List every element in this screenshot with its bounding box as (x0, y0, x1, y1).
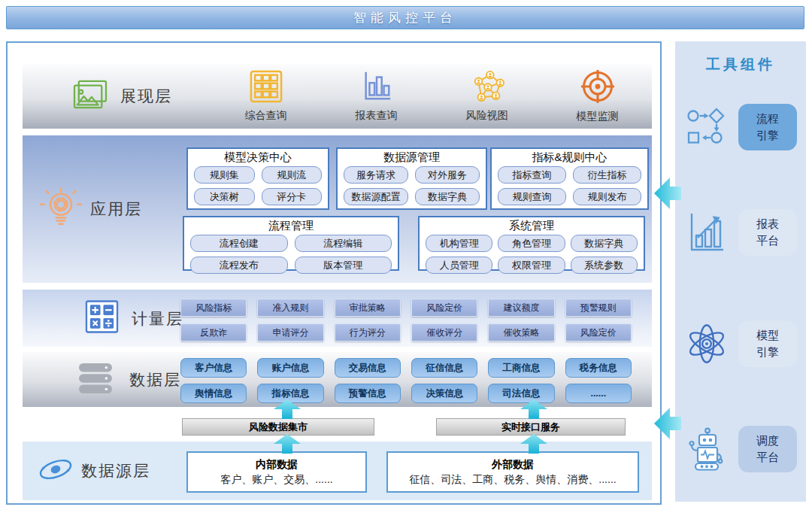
internal-data-box[interactable]: 内部数据 客户、账户、交易、...... (186, 451, 367, 493)
up-arrow-icon (520, 399, 547, 419)
tools-sidebar-title: 工具组件 (675, 55, 806, 74)
data-chip[interactable]: 舆情信息 (180, 384, 247, 403)
app-module-chip[interactable]: 人员管理 (426, 256, 492, 274)
datasource-layer-label: 数据源层 (81, 460, 150, 481)
app-module-chip[interactable]: 数据字典 (571, 235, 638, 252)
app-module-chip[interactable]: 版本管理 (295, 256, 392, 274)
presentation-item-label: 综合查询 (245, 109, 287, 123)
measurement-chip[interactable]: 反欺诈 (180, 323, 247, 341)
gallery-icon (72, 79, 108, 114)
app-module-chip[interactable]: 流程编辑 (295, 235, 392, 252)
tool-item-process-engine: 流程引擎 (675, 102, 806, 152)
group-buttons: 机构管理角色管理数据字典人员管理权限管理系统参数 (420, 232, 644, 274)
measurement-chip[interactable]: 催收策略 (488, 323, 554, 341)
measurement-chip[interactable]: 风险定价 (411, 299, 477, 317)
flowchart-icon (684, 108, 729, 147)
app-module-chip[interactable]: 规则发布 (573, 188, 641, 205)
external-data-box[interactable]: 外部数据 征信、司法、工商、税务、舆情、消费、...... (386, 451, 639, 493)
tool-box-process-engine[interactable]: 流程引擎 (738, 104, 797, 150)
measurement-chip[interactable]: 催收评分 (411, 323, 477, 341)
presentation-items: 综合查询 报表查询 (211, 64, 653, 129)
presentation-item-risk-view[interactable]: 风险视图 (432, 64, 542, 129)
tool-box-model-engine[interactable]: 模型引擎 (738, 320, 797, 367)
robot-icon (684, 427, 729, 471)
application-layer-section: 应用层 模型决策中心 规则集规则流决策树评分卡 数据源管理 服务请求对外服务数据… (23, 135, 652, 283)
data-chip[interactable]: 决策信息 (411, 384, 477, 403)
data-chip[interactable]: 交易信息 (335, 358, 401, 378)
presentation-item-report-query[interactable]: 报表查询 (321, 64, 432, 129)
measurement-layer-row: 计量层 风险指标准入规则审批策略风险定价建议额度预警规则反欺诈申请评分行为评分催… (23, 290, 652, 347)
app-module-chip[interactable]: 角色管理 (498, 235, 565, 252)
group-title: 指标&规则中心 (492, 150, 647, 164)
app-module-chip[interactable]: 流程创建 (190, 235, 288, 252)
data-chip[interactable]: 征信信息 (411, 358, 477, 378)
app-module-chip[interactable]: 数据字典 (415, 188, 480, 205)
measurement-chip[interactable]: 风险指标 (180, 299, 247, 317)
data-chip[interactable]: 客户信息 (180, 358, 247, 378)
group-system-management: 系统管理 机构管理角色管理数据字典人员管理权限管理系统参数 (418, 216, 645, 271)
target-icon (580, 69, 615, 107)
tool-item-schedule-platform: 调度平台 (675, 424, 806, 474)
app-module-chip[interactable]: 系统参数 (571, 256, 638, 274)
database-icon (77, 362, 114, 398)
data-chip[interactable]: 预警信息 (335, 384, 401, 403)
data-buttons: 客户信息账户信息交易信息征信信息工商信息税务信息舆情信息指标信息预警信息决策信息… (180, 358, 632, 403)
up-arrow-icon (274, 399, 301, 419)
measurement-chip[interactable]: 预警规则 (565, 299, 632, 317)
tool-item-model-engine: 模型引擎 (675, 319, 806, 369)
app-module-chip[interactable]: 规则查询 (498, 188, 566, 205)
data-chip[interactable]: 税务信息 (565, 358, 632, 378)
internal-data-title: 内部数据 (256, 458, 298, 472)
measurement-chip[interactable]: 申请评分 (257, 323, 323, 341)
measurement-chip[interactable]: 风险定价 (565, 323, 632, 341)
bulb-gear-icon (39, 187, 83, 231)
data-layer-label: 数据层 (129, 369, 181, 390)
left-arrow-icon (654, 174, 681, 213)
group-title: 数据源管理 (338, 150, 486, 164)
group-title: 流程管理 (184, 219, 398, 232)
data-chip[interactable]: 账户信息 (257, 358, 323, 378)
risk-platform-diagram: 智能风控平台 展现层 (0, 0, 812, 513)
risk-data-mart-bar[interactable]: 风险数据集市 (182, 418, 374, 436)
group-datasource-management: 数据源管理 服务请求对外服务数据源配置数据字典 (336, 147, 487, 210)
app-module-chip[interactable]: 评分卡 (262, 188, 323, 205)
group-process-management: 流程管理 流程创建流程编辑流程发布版本管理 (183, 216, 399, 271)
galaxy-icon (38, 454, 74, 488)
tool-box-report-platform[interactable]: 报表平台 (738, 209, 797, 256)
group-buttons: 指标查询衍生指标规则查询规则发布 (492, 164, 647, 205)
presentation-item-label: 报表查询 (356, 109, 398, 123)
presentation-layer-row: 展现层 综合查询 (23, 64, 652, 129)
measurement-chip[interactable]: 行为评分 (335, 323, 401, 341)
atom-icon (684, 322, 729, 366)
measurement-chip[interactable]: 建议额度 (488, 299, 554, 317)
grid-icon (250, 70, 283, 106)
app-module-chip[interactable]: 规则流 (262, 166, 323, 184)
data-chip[interactable]: 工商信息 (488, 358, 554, 378)
measurement-buttons: 风险指标准入规则审批策略风险定价建议额度预警规则反欺诈申请评分行为评分催收评分催… (180, 299, 632, 341)
app-module-chip[interactable]: 机构管理 (426, 235, 492, 252)
app-module-chip[interactable]: 流程发布 (190, 256, 288, 274)
measurement-chip[interactable]: 准入规则 (257, 299, 323, 317)
app-module-chip[interactable]: 决策树 (194, 188, 255, 205)
presentation-item-integrated-query[interactable]: 综合查询 (211, 64, 321, 129)
group-title: 模型决策中心 (188, 150, 328, 164)
main-panel: 展现层 综合查询 (6, 41, 662, 505)
data-chip[interactable]: ...... (565, 384, 632, 403)
tool-box-schedule-platform[interactable]: 调度平台 (738, 426, 797, 472)
presentation-item-model-monitor[interactable]: 模型监测 (542, 64, 653, 129)
presentation-item-label: 模型监测 (577, 110, 619, 123)
app-module-chip[interactable]: 对外服务 (415, 166, 480, 184)
app-module-chip[interactable]: 权限管理 (498, 256, 565, 274)
presentation-layer-label: 展现层 (120, 86, 172, 107)
app-module-chip[interactable]: 数据源配置 (344, 188, 408, 205)
app-module-chip[interactable]: 规则集 (194, 166, 255, 184)
realtime-interface-bar[interactable]: 实时接口服务 (436, 418, 626, 436)
app-module-chip[interactable]: 衍生指标 (573, 166, 641, 184)
group-buttons: 流程创建流程编辑流程发布版本管理 (184, 232, 398, 274)
app-module-chip[interactable]: 服务请求 (344, 166, 408, 184)
measurement-chip[interactable]: 审批策略 (335, 299, 401, 317)
internal-data-desc: 客户、账户、交易、...... (220, 473, 332, 487)
app-module-chip[interactable]: 指标查询 (498, 166, 566, 184)
up-arrow-icon (520, 434, 547, 454)
group-buttons: 服务请求对外服务数据源配置数据字典 (338, 164, 486, 205)
